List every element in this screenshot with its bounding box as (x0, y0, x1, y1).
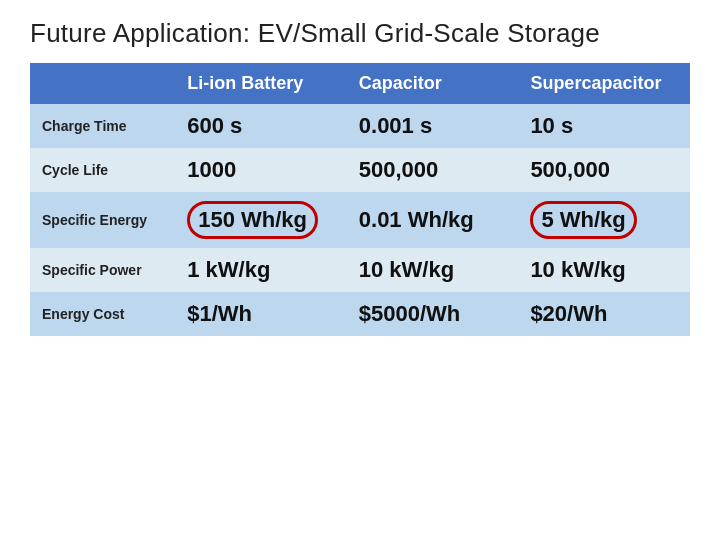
cell-supercapacitor: 10 s (518, 104, 690, 148)
row-label: Charge Time (30, 104, 175, 148)
cell-capacitor: 10 kW/kg (347, 248, 519, 292)
cell-capacitor: 0.01 Wh/kg (347, 192, 519, 248)
page-title: Future Application: EV/Small Grid-Scale … (30, 18, 690, 49)
cell-liion: 150 Wh/kg (175, 192, 347, 248)
header-label (30, 63, 175, 104)
table-row: Cycle Life1000500,000500,000 (30, 148, 690, 192)
row-label: Specific Energy (30, 192, 175, 248)
cell-supercapacitor: 10 kW/kg (518, 248, 690, 292)
cell-supercapacitor: $20/Wh (518, 292, 690, 336)
cell-capacitor: 500,000 (347, 148, 519, 192)
cell-capacitor: $5000/Wh (347, 292, 519, 336)
header-capacitor: Capacitor (347, 63, 519, 104)
cell-supercapacitor: 5 Wh/kg (518, 192, 690, 248)
row-label: Energy Cost (30, 292, 175, 336)
row-label: Cycle Life (30, 148, 175, 192)
comparison-table: Li-ion Battery Capacitor Supercapacitor … (30, 63, 690, 336)
cell-liion: 1000 (175, 148, 347, 192)
table-row: Specific Power1 kW/kg10 kW/kg10 kW/kg (30, 248, 690, 292)
table-header-row: Li-ion Battery Capacitor Supercapacitor (30, 63, 690, 104)
table-row: Energy Cost$1/Wh$5000/Wh$20/Wh (30, 292, 690, 336)
table-row: Charge Time600 s0.001 s10 s (30, 104, 690, 148)
cell-liion: 600 s (175, 104, 347, 148)
row-label: Specific Power (30, 248, 175, 292)
comparison-table-wrapper: Li-ion Battery Capacitor Supercapacitor … (30, 63, 690, 522)
cell-liion: $1/Wh (175, 292, 347, 336)
table-row: Specific Energy150 Wh/kg0.01 Wh/kg5 Wh/k… (30, 192, 690, 248)
cell-liion: 1 kW/kg (175, 248, 347, 292)
cell-supercapacitor: 500,000 (518, 148, 690, 192)
header-liion: Li-ion Battery (175, 63, 347, 104)
header-supercapacitor: Supercapacitor (518, 63, 690, 104)
cell-capacitor: 0.001 s (347, 104, 519, 148)
